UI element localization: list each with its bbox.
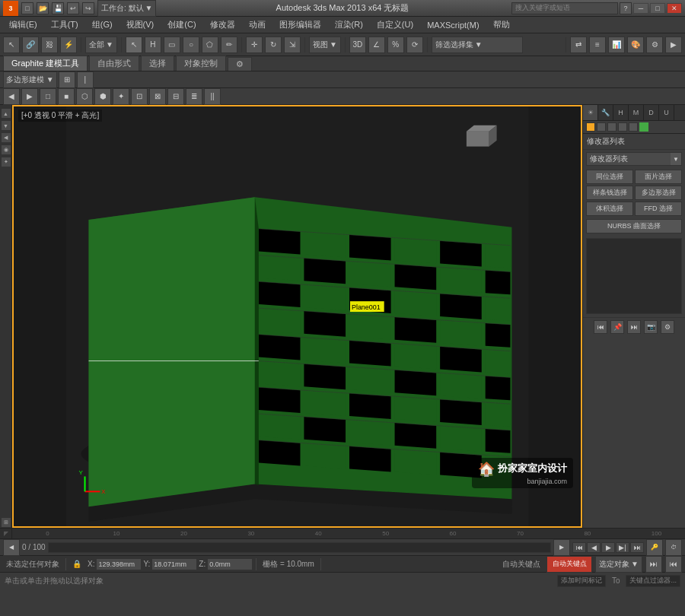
btn-poly-select[interactable]: 多边形选择 [635,186,682,200]
ls-btn-3[interactable]: ◀ [1,132,11,143]
ls-btn-4[interactable]: ◉ [1,144,11,155]
play-end[interactable]: ⏭ [630,542,644,553]
tb-spinner[interactable]: ⟳ [406,37,423,53]
color-swatch-gray4[interactable] [629,122,638,132]
tb-select[interactable]: ↖ [3,37,20,53]
time-config-btn[interactable]: ⏱ [665,539,682,556]
btn-nurbs-select[interactable]: NURBS 曲面选择 [586,219,682,233]
tb-inner-v4[interactable]: ■ [58,88,75,105]
tb-scale[interactable]: ⇲ [284,37,301,53]
menu-modifier[interactable]: 修改器 [204,17,241,32]
play-prev-frame[interactable]: ◀ [587,542,601,553]
modifier-dropdown[interactable]: 修改器列表 ▼ [586,152,682,166]
help-btn[interactable]: ? [620,2,632,14]
minimize-btn[interactable]: ─ [633,3,648,14]
tb-percent[interactable]: % [387,37,404,53]
color-swatch-gray3[interactable] [618,122,627,132]
rpanel-pin[interactable]: 📌 [610,320,624,334]
btn-volume-select[interactable]: 体积选择 [586,202,633,216]
tb-bind[interactable]: ⚡ [60,37,77,53]
rpanel-tab-create[interactable]: ☀ [583,105,598,120]
color-swatch-green[interactable] [639,122,648,132]
ls-btn-bottom[interactable]: ⊞ [1,517,11,528]
tb-circ-select[interactable]: ○ [183,37,199,53]
btn-patch-select[interactable]: 面片选择 [635,170,682,184]
tb-inner-v3[interactable]: □ [40,88,56,105]
tb-select-obj[interactable]: ↖ [126,37,142,53]
play-play[interactable]: ▶ [601,542,615,553]
tb-angle[interactable]: ∠ [368,37,385,53]
menu-custom[interactable]: 自定义(U) [371,17,419,32]
menu-create[interactable]: 创建(C) [161,17,202,32]
rpanel-tab-utilities[interactable]: U [659,105,674,120]
tb-move[interactable]: ✛ [246,37,263,53]
tb-3dsnap[interactable]: 3D [349,37,366,53]
rpanel-next[interactable]: ⏭ [627,320,641,334]
menu-tools[interactable]: 工具(T) [45,17,84,32]
sb-x-input[interactable] [96,558,142,570]
tb-mirror[interactable]: ⇄ [570,37,587,53]
app-icon[interactable]: 3 [3,1,18,16]
search-box[interactable]: 搜入关键字或短语 [511,2,618,14]
menu-graph-editor[interactable]: 图形编辑器 [273,17,327,32]
sb-selection-dropdown[interactable]: 选定对象 ▼ [595,556,642,573]
menu-group[interactable]: 组(G) [86,17,119,32]
tb-inner-v11[interactable]: ≣ [186,88,202,105]
rpanel-cam[interactable]: 📷 [644,320,658,334]
play-next-frame[interactable]: ▶| [616,542,629,553]
color-swatch-gray2[interactable] [607,122,616,132]
tb-rotate[interactable]: ↻ [265,37,282,53]
sb2-key-filter[interactable]: 关键点过滤器... [626,575,680,587]
btn-ffd-select[interactable]: FFD 选择 [635,202,682,216]
tb-undo[interactable]: ↩ [67,2,79,14]
tb-unlink[interactable]: ⛓ [41,37,58,53]
tb-link[interactable]: 🔗 [22,37,39,53]
tb-fence-select[interactable]: ⬠ [202,37,218,53]
tb-inner-v9[interactable]: ⊠ [149,88,166,105]
sb-y-input[interactable] [151,558,197,570]
tb-material[interactable]: 🎨 [627,37,644,53]
tb-inner-v10[interactable]: ⊟ [167,88,184,105]
tab-object-ctrl[interactable]: 对象控制 [176,56,226,71]
menu-edit[interactable]: 编辑(E) [3,17,43,32]
tb-inner-v2[interactable]: ▶ [21,88,38,105]
viewport[interactable]: [+0 透视 0 平滑 + 高光] [12,105,582,528]
timeline-track[interactable] [48,542,551,553]
tb-select-name[interactable]: H [145,37,161,53]
selection-filter-dropdown[interactable]: 筛选选择集 ▼ [432,37,523,53]
rpanel-cfg[interactable]: ⚙ [661,320,674,334]
sb-lock[interactable]: 🔒 [69,560,84,568]
tb-inner-v5[interactable]: ⬡ [76,88,93,105]
ls-btn-1[interactable]: ▲ [1,108,11,119]
color-swatch-gray[interactable] [597,122,606,132]
tb-rect-select[interactable]: ▭ [164,37,180,53]
view-dropdown[interactable]: 视图 ▼ [309,37,341,53]
rpanel-prev[interactable]: ⏮ [594,320,607,334]
rpanel-tab-motion[interactable]: M [629,105,644,120]
timeline-left-arrow[interactable]: ◀ [3,539,20,556]
key-mode-btn[interactable]: 🔑 [646,539,663,556]
menu-view[interactable]: 视图(V) [120,17,161,32]
tb-lasso[interactable]: ✏ [221,37,237,53]
sb2-add-time[interactable]: 添加时间标记 [557,575,606,587]
color-swatch-orange[interactable] [586,122,595,132]
tb-inner-v1[interactable]: ◀ [3,88,20,105]
tb-inner-v8[interactable]: ⊡ [131,88,148,105]
sb-autokey-btn[interactable]: 自动关键点 [546,556,592,573]
tb-render-setup[interactable]: ⚙ [646,37,663,53]
tab-graphite[interactable]: Graphite 建模工具 [3,56,88,71]
tb-inner-1[interactable]: ⊞ [59,71,75,88]
menu-help[interactable]: 帮助 [487,17,516,32]
tb-open[interactable]: 📂 [37,2,49,14]
tb-new[interactable]: □ [21,2,33,14]
sb-z-input[interactable] [207,558,253,570]
tb-align[interactable]: ≡ [589,37,606,53]
poly-model-dropdown[interactable]: 多边形建模 ▼ [3,71,57,88]
tb-inner-v6[interactable]: ⬢ [94,88,111,105]
sb-playback-end[interactable]: ⏭ [645,556,662,573]
tb-redo[interactable]: ↪ [82,2,94,14]
menu-render[interactable]: 渲染(R) [329,17,369,32]
tb-inner-v12[interactable]: || [204,88,221,105]
workspace-dropdown[interactable]: 工作台: 默认 ▼ [97,0,156,17]
tab-settings[interactable]: ⚙ [228,57,252,71]
